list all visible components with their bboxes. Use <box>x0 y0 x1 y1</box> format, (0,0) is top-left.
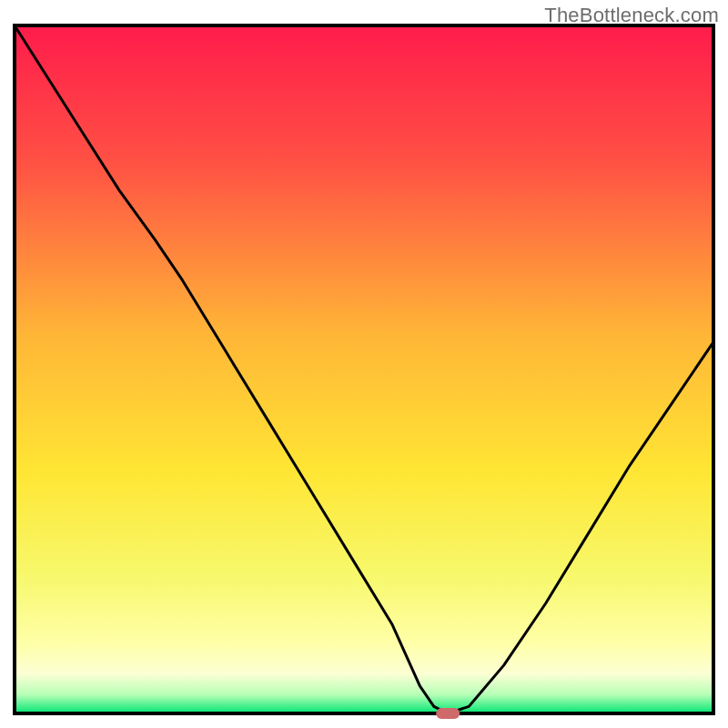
watermark-text: TheBottleneck.com <box>544 4 719 27</box>
chart-container: TheBottleneck.com <box>0 0 728 728</box>
bottleneck-chart <box>0 0 728 728</box>
chart-background <box>16 27 712 712</box>
optimal-marker <box>436 708 460 719</box>
